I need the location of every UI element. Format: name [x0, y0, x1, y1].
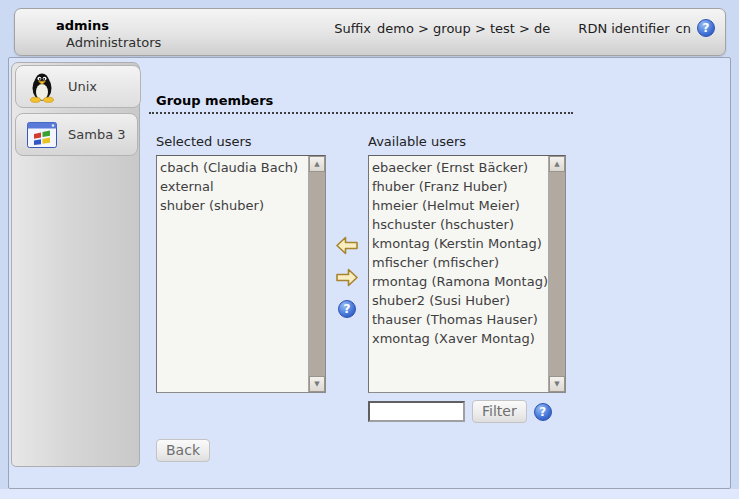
main-panel: Unix Samba 3 Group members Selected user…: [8, 57, 731, 489]
selected-users-items: cbach (Claudia Bach)externalshuber (shub…: [157, 156, 308, 392]
rdn-identifier-label: RDN identifier: [578, 21, 669, 36]
module-tab-sidebar: Unix Samba 3: [11, 62, 140, 467]
list-item[interactable]: xmontag (Xaver Montag): [369, 329, 548, 348]
move-right-arrow-icon[interactable]: [336, 268, 358, 287]
filter-input[interactable]: [368, 401, 465, 422]
help-icon[interactable]: ?: [697, 19, 715, 37]
filter-button[interactable]: Filter: [472, 400, 527, 423]
footer-strip: [0, 489, 739, 499]
selected-users-listbox[interactable]: cbach (Claudia Bach)externalshuber (shub…: [156, 155, 326, 393]
list-item[interactable]: ebaecker (Ernst Bäcker): [369, 158, 548, 177]
move-controls: ?: [335, 236, 359, 318]
scroll-down-icon[interactable]: ▼: [549, 376, 565, 392]
list-item[interactable]: fhuber (Franz Huber): [369, 177, 548, 196]
rdn-identifier-value: cn: [676, 21, 691, 36]
selected-users-scrollbar[interactable]: ▲ ▼: [308, 156, 325, 392]
tab-samba3[interactable]: Samba 3: [15, 113, 138, 156]
list-item[interactable]: external: [157, 177, 308, 196]
tab-samba3-label: Samba 3: [68, 127, 126, 142]
back-button[interactable]: Back: [156, 439, 210, 462]
list-item[interactable]: kmontag (Kerstin Montag): [369, 234, 548, 253]
entry-name: admins: [56, 18, 109, 33]
list-item[interactable]: shuber (shuber): [157, 196, 308, 215]
windows-icon: [26, 119, 58, 151]
section-divider: [149, 98, 573, 114]
filter-row: Filter ?: [368, 400, 552, 423]
available-users-listbox[interactable]: ebaecker (Ernst Bäcker)fhuber (Franz Hub…: [368, 155, 566, 393]
selected-users-label: Selected users: [156, 134, 252, 149]
help-icon[interactable]: ?: [534, 403, 552, 421]
suffix-value: demo > group > test > de: [377, 21, 550, 36]
list-item[interactable]: hmeier (Helmut Meier): [369, 196, 548, 215]
scrollbar-track[interactable]: [309, 172, 325, 376]
tux-icon: [26, 71, 58, 103]
list-item[interactable]: hschuster (hschuster): [369, 215, 548, 234]
scroll-up-icon[interactable]: ▲: [309, 156, 325, 172]
list-item[interactable]: cbach (Claudia Bach): [157, 158, 308, 177]
list-item[interactable]: mfischer (mfischer): [369, 253, 548, 272]
scroll-down-icon[interactable]: ▼: [309, 376, 325, 392]
scrollbar-track[interactable]: [549, 172, 565, 376]
tab-unix[interactable]: Unix: [15, 65, 141, 108]
scroll-up-icon[interactable]: ▲: [549, 156, 565, 172]
list-item[interactable]: shuber2 (Susi Huber): [369, 291, 548, 310]
available-users-items: ebaecker (Ernst Bäcker)fhuber (Franz Hub…: [369, 156, 548, 392]
page-header: admins Administrators Suffix demo > grou…: [14, 8, 726, 56]
help-icon[interactable]: ?: [338, 300, 356, 318]
tab-unix-label: Unix: [68, 79, 97, 94]
move-left-arrow-icon[interactable]: [336, 236, 358, 255]
lam-group-edit-page: { "header": { "title": "admins", "subtit…: [0, 0, 739, 499]
list-item[interactable]: thauser (Thomas Hauser): [369, 310, 548, 329]
header-meta: Suffix demo > group > test > de RDN iden…: [334, 19, 715, 37]
available-users-scrollbar[interactable]: ▲ ▼: [548, 156, 565, 392]
list-item[interactable]: rmontag (Ramona Montag): [369, 272, 548, 291]
suffix-label: Suffix: [334, 21, 371, 36]
available-users-label: Available users: [368, 134, 466, 149]
entry-description: Administrators: [66, 35, 161, 50]
